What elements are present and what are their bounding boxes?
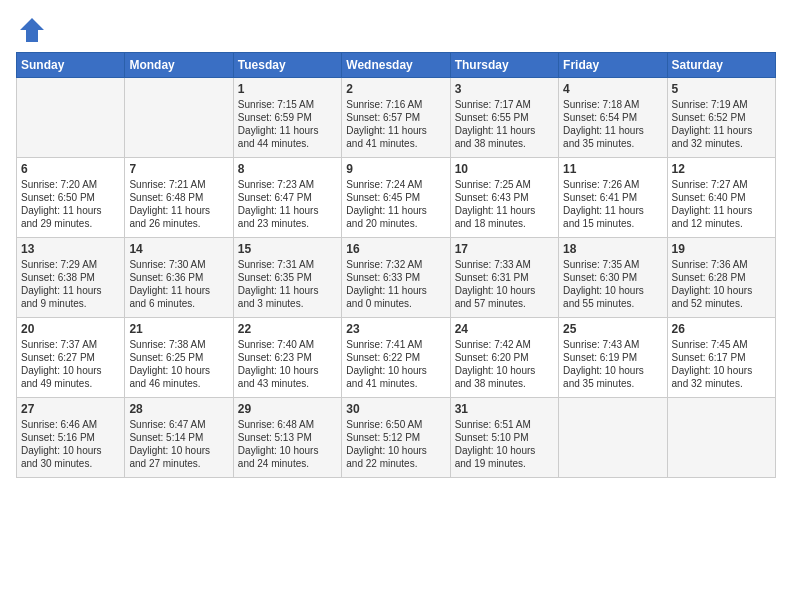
calendar-cell: 26Sunrise: 7:45 AM Sunset: 6:17 PM Dayli… <box>667 318 775 398</box>
day-number: 3 <box>455 82 554 96</box>
svg-marker-0 <box>20 18 44 42</box>
day-number: 8 <box>238 162 337 176</box>
day-number: 27 <box>21 402 120 416</box>
day-number: 30 <box>346 402 445 416</box>
calendar-cell: 17Sunrise: 7:33 AM Sunset: 6:31 PM Dayli… <box>450 238 558 318</box>
day-number: 17 <box>455 242 554 256</box>
day-number: 31 <box>455 402 554 416</box>
header-sunday: Sunday <box>17 53 125 78</box>
cell-content: Sunrise: 6:48 AM Sunset: 5:13 PM Dayligh… <box>238 418 337 470</box>
calendar-week-row: 27Sunrise: 6:46 AM Sunset: 5:16 PM Dayli… <box>17 398 776 478</box>
cell-content: Sunrise: 7:24 AM Sunset: 6:45 PM Dayligh… <box>346 178 445 230</box>
cell-content: Sunrise: 7:25 AM Sunset: 6:43 PM Dayligh… <box>455 178 554 230</box>
page-header <box>16 16 776 44</box>
day-number: 6 <box>21 162 120 176</box>
day-number: 9 <box>346 162 445 176</box>
cell-content: Sunrise: 7:23 AM Sunset: 6:47 PM Dayligh… <box>238 178 337 230</box>
cell-content: Sunrise: 7:15 AM Sunset: 6:59 PM Dayligh… <box>238 98 337 150</box>
day-number: 18 <box>563 242 662 256</box>
day-number: 19 <box>672 242 771 256</box>
calendar-cell: 11Sunrise: 7:26 AM Sunset: 6:41 PM Dayli… <box>559 158 667 238</box>
cell-content: Sunrise: 7:17 AM Sunset: 6:55 PM Dayligh… <box>455 98 554 150</box>
calendar-cell: 28Sunrise: 6:47 AM Sunset: 5:14 PM Dayli… <box>125 398 233 478</box>
calendar-cell: 27Sunrise: 6:46 AM Sunset: 5:16 PM Dayli… <box>17 398 125 478</box>
day-number: 16 <box>346 242 445 256</box>
calendar-week-row: 1Sunrise: 7:15 AM Sunset: 6:59 PM Daylig… <box>17 78 776 158</box>
header-saturday: Saturday <box>667 53 775 78</box>
day-number: 20 <box>21 322 120 336</box>
calendar-cell <box>17 78 125 158</box>
calendar-cell: 22Sunrise: 7:40 AM Sunset: 6:23 PM Dayli… <box>233 318 341 398</box>
cell-content: Sunrise: 7:33 AM Sunset: 6:31 PM Dayligh… <box>455 258 554 310</box>
cell-content: Sunrise: 6:50 AM Sunset: 5:12 PM Dayligh… <box>346 418 445 470</box>
calendar-cell: 3Sunrise: 7:17 AM Sunset: 6:55 PM Daylig… <box>450 78 558 158</box>
calendar-header-row: SundayMondayTuesdayWednesdayThursdayFrid… <box>17 53 776 78</box>
cell-content: Sunrise: 7:21 AM Sunset: 6:48 PM Dayligh… <box>129 178 228 230</box>
day-number: 15 <box>238 242 337 256</box>
day-number: 12 <box>672 162 771 176</box>
calendar-cell: 24Sunrise: 7:42 AM Sunset: 6:20 PM Dayli… <box>450 318 558 398</box>
day-number: 25 <box>563 322 662 336</box>
calendar-cell: 10Sunrise: 7:25 AM Sunset: 6:43 PM Dayli… <box>450 158 558 238</box>
calendar-cell: 20Sunrise: 7:37 AM Sunset: 6:27 PM Dayli… <box>17 318 125 398</box>
cell-content: Sunrise: 7:20 AM Sunset: 6:50 PM Dayligh… <box>21 178 120 230</box>
day-number: 21 <box>129 322 228 336</box>
calendar-cell: 23Sunrise: 7:41 AM Sunset: 6:22 PM Dayli… <box>342 318 450 398</box>
calendar-cell: 25Sunrise: 7:43 AM Sunset: 6:19 PM Dayli… <box>559 318 667 398</box>
header-monday: Monday <box>125 53 233 78</box>
calendar-cell <box>667 398 775 478</box>
cell-content: Sunrise: 7:43 AM Sunset: 6:19 PM Dayligh… <box>563 338 662 390</box>
calendar-cell: 29Sunrise: 6:48 AM Sunset: 5:13 PM Dayli… <box>233 398 341 478</box>
cell-content: Sunrise: 7:30 AM Sunset: 6:36 PM Dayligh… <box>129 258 228 310</box>
cell-content: Sunrise: 7:32 AM Sunset: 6:33 PM Dayligh… <box>346 258 445 310</box>
day-number: 11 <box>563 162 662 176</box>
cell-content: Sunrise: 6:46 AM Sunset: 5:16 PM Dayligh… <box>21 418 120 470</box>
day-number: 2 <box>346 82 445 96</box>
logo-icon <box>18 16 46 44</box>
logo <box>16 16 46 44</box>
calendar-cell: 21Sunrise: 7:38 AM Sunset: 6:25 PM Dayli… <box>125 318 233 398</box>
calendar-cell: 1Sunrise: 7:15 AM Sunset: 6:59 PM Daylig… <box>233 78 341 158</box>
calendar-cell: 15Sunrise: 7:31 AM Sunset: 6:35 PM Dayli… <box>233 238 341 318</box>
day-number: 4 <box>563 82 662 96</box>
cell-content: Sunrise: 7:29 AM Sunset: 6:38 PM Dayligh… <box>21 258 120 310</box>
calendar-cell: 18Sunrise: 7:35 AM Sunset: 6:30 PM Dayli… <box>559 238 667 318</box>
calendar-cell <box>559 398 667 478</box>
day-number: 7 <box>129 162 228 176</box>
calendar-cell: 31Sunrise: 6:51 AM Sunset: 5:10 PM Dayli… <box>450 398 558 478</box>
calendar-cell: 2Sunrise: 7:16 AM Sunset: 6:57 PM Daylig… <box>342 78 450 158</box>
calendar-table: SundayMondayTuesdayWednesdayThursdayFrid… <box>16 52 776 478</box>
calendar-cell: 14Sunrise: 7:30 AM Sunset: 6:36 PM Dayli… <box>125 238 233 318</box>
day-number: 26 <box>672 322 771 336</box>
calendar-cell: 16Sunrise: 7:32 AM Sunset: 6:33 PM Dayli… <box>342 238 450 318</box>
day-number: 1 <box>238 82 337 96</box>
cell-content: Sunrise: 7:19 AM Sunset: 6:52 PM Dayligh… <box>672 98 771 150</box>
calendar-cell <box>125 78 233 158</box>
calendar-cell: 4Sunrise: 7:18 AM Sunset: 6:54 PM Daylig… <box>559 78 667 158</box>
cell-content: Sunrise: 7:40 AM Sunset: 6:23 PM Dayligh… <box>238 338 337 390</box>
cell-content: Sunrise: 7:31 AM Sunset: 6:35 PM Dayligh… <box>238 258 337 310</box>
calendar-cell: 19Sunrise: 7:36 AM Sunset: 6:28 PM Dayli… <box>667 238 775 318</box>
cell-content: Sunrise: 7:27 AM Sunset: 6:40 PM Dayligh… <box>672 178 771 230</box>
cell-content: Sunrise: 7:42 AM Sunset: 6:20 PM Dayligh… <box>455 338 554 390</box>
day-number: 5 <box>672 82 771 96</box>
calendar-cell: 7Sunrise: 7:21 AM Sunset: 6:48 PM Daylig… <box>125 158 233 238</box>
calendar-cell: 12Sunrise: 7:27 AM Sunset: 6:40 PM Dayli… <box>667 158 775 238</box>
day-number: 24 <box>455 322 554 336</box>
cell-content: Sunrise: 7:36 AM Sunset: 6:28 PM Dayligh… <box>672 258 771 310</box>
day-number: 28 <box>129 402 228 416</box>
calendar-week-row: 6Sunrise: 7:20 AM Sunset: 6:50 PM Daylig… <box>17 158 776 238</box>
calendar-cell: 30Sunrise: 6:50 AM Sunset: 5:12 PM Dayli… <box>342 398 450 478</box>
calendar-cell: 13Sunrise: 7:29 AM Sunset: 6:38 PM Dayli… <box>17 238 125 318</box>
cell-content: Sunrise: 7:37 AM Sunset: 6:27 PM Dayligh… <box>21 338 120 390</box>
header-friday: Friday <box>559 53 667 78</box>
cell-content: Sunrise: 7:38 AM Sunset: 6:25 PM Dayligh… <box>129 338 228 390</box>
day-number: 10 <box>455 162 554 176</box>
cell-content: Sunrise: 7:26 AM Sunset: 6:41 PM Dayligh… <box>563 178 662 230</box>
cell-content: Sunrise: 6:47 AM Sunset: 5:14 PM Dayligh… <box>129 418 228 470</box>
cell-content: Sunrise: 7:41 AM Sunset: 6:22 PM Dayligh… <box>346 338 445 390</box>
day-number: 14 <box>129 242 228 256</box>
calendar-week-row: 20Sunrise: 7:37 AM Sunset: 6:27 PM Dayli… <box>17 318 776 398</box>
calendar-cell: 6Sunrise: 7:20 AM Sunset: 6:50 PM Daylig… <box>17 158 125 238</box>
calendar-cell: 8Sunrise: 7:23 AM Sunset: 6:47 PM Daylig… <box>233 158 341 238</box>
